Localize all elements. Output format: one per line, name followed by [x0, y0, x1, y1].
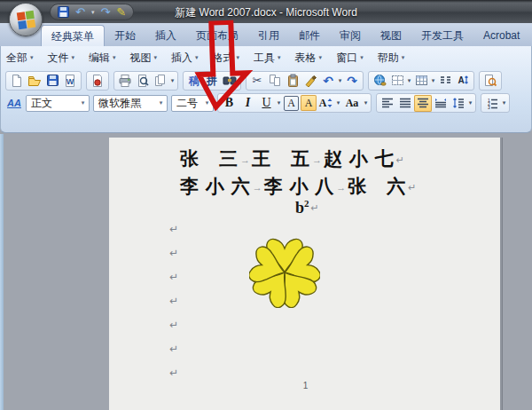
permission-seal-icon — [90, 74, 105, 88]
columns-button[interactable] — [436, 72, 454, 89]
distribute-icon — [434, 98, 447, 108]
quick-access-toolbar: ↶▾ ↷ ✎ — [50, 4, 134, 20]
insert-table-dropdown-icon[interactable]: ▾ — [430, 77, 436, 84]
svg-text:A: A — [458, 75, 464, 85]
office-logo-icon — [17, 11, 35, 29]
format-painter-button[interactable] — [301, 72, 319, 89]
line-spacing-icon — [452, 98, 465, 108]
undo-dropdown-icon[interactable]: ▾ — [337, 77, 343, 84]
tables-borders-dropdown-icon[interactable]: ▾ — [406, 77, 412, 84]
pages-dropdown-icon[interactable]: ▾ — [169, 77, 176, 84]
doc-line-3: b2↵ — [295, 198, 321, 217]
undo-icon: ↶ — [323, 75, 333, 87]
text-direction-icon: A — [457, 74, 470, 87]
tab-developer[interactable]: 开发工具 — [411, 25, 473, 46]
save-icon[interactable] — [58, 6, 69, 18]
line-spacing-dropdown-icon[interactable]: ▾ — [467, 99, 473, 106]
align-center-button[interactable] — [414, 95, 432, 112]
paste-button[interactable] — [284, 72, 301, 89]
print-button[interactable] — [116, 72, 134, 89]
ribbon-tab-strip: 经典菜单 开始 插入 页面布局 引用 邮件 审阅 视图 开发工具 Acrobat — [0, 23, 532, 46]
insert-table-icon — [415, 74, 428, 87]
numbering-dropdown-icon[interactable]: ▾ — [501, 99, 507, 106]
word-window: 新建 Word 2007.docx - Microsoft Word ↶▾ ↷ … — [0, 0, 532, 410]
styles-pane-button[interactable]: AA — [5, 95, 23, 112]
doc-line-1: 张 三→王 五→赵 小 七↵ — [180, 146, 406, 171]
justify-button[interactable] — [396, 95, 414, 112]
pages-button[interactable] — [152, 72, 169, 89]
hyperlink-button[interactable] — [371, 72, 388, 89]
text-direction-button[interactable]: A — [454, 72, 472, 89]
save-button[interactable] — [43, 72, 61, 89]
change-case-dropdown-icon[interactable]: ▾ — [363, 99, 369, 106]
paste-icon — [286, 74, 300, 88]
menu-view[interactable]: 视图▾ — [130, 51, 158, 66]
svg-text:W: W — [66, 77, 74, 86]
tab-acrobat[interactable]: Acrobat — [473, 25, 529, 46]
tab-mailings[interactable]: 邮件 — [289, 25, 330, 46]
word-document-button[interactable]: W — [61, 72, 79, 89]
tab-review[interactable]: 审阅 — [330, 25, 371, 46]
undo-button[interactable]: ↶ — [319, 72, 337, 89]
tab-mark: → — [240, 154, 250, 165]
style-dropdown-icon: ▾ — [80, 99, 86, 106]
word-document-icon: W — [63, 74, 77, 88]
redo-button[interactable]: ↷ — [343, 72, 361, 89]
grow-font-dropdown-icon[interactable]: ▾ — [335, 99, 341, 106]
new-document-button[interactable] — [8, 72, 26, 89]
zoom-document-icon — [483, 74, 497, 87]
menu-file[interactable]: 文件▾ — [48, 51, 75, 66]
permission-button[interactable] — [89, 72, 106, 89]
paragraph-mark: ↵ — [169, 247, 178, 271]
pages-icon — [154, 74, 167, 87]
print-preview-icon — [136, 74, 150, 88]
tables-borders-button[interactable] — [388, 72, 406, 89]
line-spacing-button[interactable] — [450, 95, 467, 112]
tab-classic-menu[interactable]: 经典菜单 — [41, 25, 105, 46]
menu-edit[interactable]: 编辑▾ — [89, 51, 116, 66]
menu-table[interactable]: 表格▾ — [295, 51, 323, 66]
grow-font-button[interactable]: A — [317, 94, 335, 112]
font-select[interactable]: 微软雅黑▾ — [93, 95, 168, 112]
undo-icon[interactable]: ↶ — [75, 6, 85, 18]
underline-dropdown-icon[interactable]: ▾ — [276, 99, 282, 106]
tab-view[interactable]: 视图 — [371, 25, 411, 46]
numbering-button[interactable]: 123 — [483, 95, 501, 112]
menu-help[interactable]: 帮助▾ — [378, 51, 405, 66]
style-select[interactable]: 正文▾ — [26, 95, 90, 112]
tab-home[interactable]: 开始 — [105, 25, 145, 46]
document-page[interactable]: 张 三→王 五→赵 小 七↵ 李 小 六→李 小 八→张 六↵ b2↵ ↵ ↵ … — [109, 138, 502, 410]
ribbon-body: 全部▾ 文件▾ 编辑▾ 视图▾ 插入▾ 格式▾ 工具▾ 表格▾ 窗口▾ 帮助▾ … — [0, 46, 532, 133]
redo-icon: ↷ — [347, 75, 357, 87]
print-preview-button[interactable] — [134, 72, 152, 89]
svg-text:3: 3 — [488, 105, 490, 109]
new-document-icon — [10, 74, 24, 88]
character-border-button[interactable]: A — [284, 96, 299, 111]
flower-shape[interactable] — [249, 237, 320, 308]
change-case-button[interactable]: Aa — [341, 94, 363, 112]
tab-mark: → — [253, 182, 262, 193]
undo-dropdown-icon[interactable]: ▾ — [91, 9, 95, 16]
menu-window[interactable]: 窗口▾ — [336, 51, 364, 66]
numbering-icon: 123 — [486, 98, 498, 109]
insert-table-button[interactable] — [412, 72, 430, 89]
qat-more-icon[interactable]: ⌄ — [177, 8, 184, 16]
tab-mark: → — [336, 182, 346, 193]
font-dropdown-icon: ▾ — [158, 99, 164, 106]
menu-all[interactable]: 全部▾ — [6, 51, 34, 66]
hyperlink-globe-icon — [373, 74, 387, 87]
office-button[interactable] — [9, 3, 43, 36]
open-folder-icon — [27, 74, 42, 88]
zoom-document-button[interactable] — [481, 72, 499, 89]
title-bar: 新建 Word 2007.docx - Microsoft Word ↶▾ ↷ … — [0, 0, 532, 23]
justify-icon — [399, 98, 411, 108]
pencil-icon[interactable]: ✎ — [116, 6, 126, 18]
redo-icon[interactable]: ↷ — [100, 6, 110, 18]
print-icon — [118, 74, 132, 88]
character-shading-button[interactable]: A — [301, 95, 317, 111]
tab-insert[interactable]: 插入 — [145, 25, 186, 46]
copy-button[interactable] — [266, 72, 284, 89]
align-left-button[interactable] — [379, 95, 396, 112]
distribute-button[interactable] — [432, 95, 450, 112]
open-button[interactable] — [26, 72, 43, 89]
